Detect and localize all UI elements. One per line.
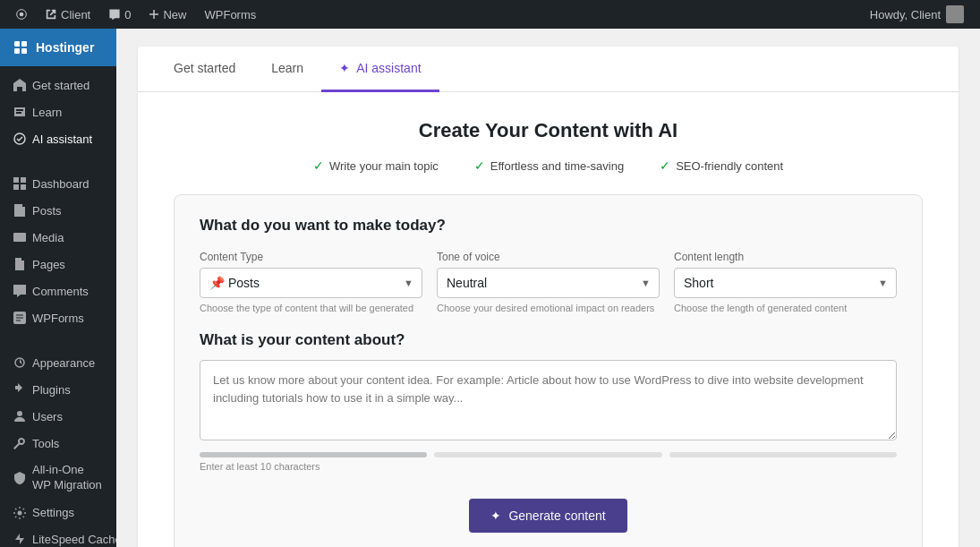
- admin-bar: Client 0 New WPForms Howdy, Client: [0, 0, 980, 29]
- site-name: Client: [61, 8, 90, 21]
- form-question-2: What is your content about?: [200, 331, 897, 349]
- check-icon-2: ✓: [474, 158, 485, 173]
- svg-rect-2: [14, 41, 20, 47]
- content-area: Create Your Content with AI ✓ Write your…: [138, 92, 959, 547]
- main-content: Get started Learn ✦ AI assistant Create …: [116, 29, 980, 547]
- sidebar-item-label: Plugins: [32, 383, 71, 397]
- svg-rect-3: [21, 41, 27, 47]
- tone-select[interactable]: Neutral Formal Casual: [437, 268, 660, 298]
- svg-rect-9: [13, 184, 19, 190]
- wpforms-admin-link[interactable]: WPForms: [196, 0, 266, 29]
- sidebar-item-label: Dashboard: [32, 177, 89, 191]
- tabs-container: Get started Learn ✦ AI assistant Create …: [138, 47, 959, 547]
- form-group-length: Content length Short Medium Long ▼ Choos…: [674, 251, 897, 313]
- sidebar-item-litespeed[interactable]: LiteSpeed Cache: [0, 526, 116, 547]
- site-link[interactable]: Client: [36, 0, 99, 29]
- comments-link[interactable]: 0: [99, 0, 140, 29]
- check-icon-1: ✓: [313, 158, 324, 173]
- tabs-header: Get started Learn ✦ AI assistant: [138, 47, 959, 92]
- check-icon-3: ✓: [660, 158, 670, 173]
- sidebar-item-ai-assistant[interactable]: AI assistant: [0, 125, 116, 152]
- progress-bar-2: [434, 452, 661, 457]
- length-label: Content length: [674, 251, 897, 263]
- howdy-user[interactable]: Howdy, Client: [861, 5, 973, 23]
- sidebar-item-label: AI assistant: [32, 132, 92, 146]
- svg-point-16: [18, 510, 22, 515]
- form-row: Content Type 📌 Posts Page Article ▼ Choo…: [200, 251, 897, 313]
- feature-label-1: Write your main topic: [329, 159, 439, 173]
- feature-1: ✓ Write your main topic: [313, 158, 439, 173]
- sidebar-item-comments[interactable]: Comments: [0, 278, 116, 304]
- sidebar-item-label: Comments: [32, 285, 89, 298]
- feature-2: ✓ Effortless and time-saving: [474, 158, 624, 173]
- sidebar-item-allinone[interactable]: All-in-One WP Migration: [0, 457, 116, 500]
- svg-point-15: [17, 411, 22, 416]
- howdy-text: Howdy, Client: [870, 8, 941, 21]
- sidebar-item-label: Posts: [32, 204, 62, 218]
- form-question-1: What do you want to make today?: [200, 217, 897, 235]
- sidebar-item-label: Media: [32, 231, 64, 244]
- sidebar-item-plugins[interactable]: Plugins: [0, 376, 116, 403]
- ai-star-icon: ✦: [339, 61, 350, 75]
- content-type-label: Content Type: [200, 251, 422, 263]
- feature-label-3: SEO-friendly content: [676, 159, 783, 173]
- sidebar-item-learn[interactable]: Learn: [0, 98, 116, 125]
- sidebar-item-dashboard[interactable]: Dashboard: [0, 170, 116, 197]
- progress-bar-1: [200, 452, 427, 457]
- sidebar-logo-text: Hostinger: [36, 40, 94, 55]
- tab-ai-assistant[interactable]: ✦ AI assistant: [321, 47, 439, 92]
- content-type-select[interactable]: 📌 Posts Page Article: [200, 268, 422, 298]
- sidebar-item-pages[interactable]: Pages: [0, 251, 116, 278]
- feature-3: ✓ SEO-friendly content: [660, 158, 783, 173]
- content-type-hint: Choose the type of content that will be …: [200, 303, 422, 313]
- length-select[interactable]: Short Medium Long: [674, 268, 897, 298]
- sidebar-item-label: Appearance: [32, 356, 95, 370]
- progress-bar-3: [669, 452, 897, 457]
- progress-bars: [200, 452, 897, 457]
- sidebar-item-label: Tools: [32, 437, 59, 450]
- tone-label: Tone of voice: [437, 251, 660, 263]
- tone-hint: Choose your desired emotional impact on …: [437, 303, 660, 313]
- length-hint: Choose the length of generated content: [674, 303, 897, 313]
- form-group-content-type: Content Type 📌 Posts Page Article ▼ Choo…: [200, 251, 422, 313]
- svg-rect-5: [21, 48, 27, 54]
- sidebar-item-label: Get started: [32, 79, 89, 92]
- sidebar-logo[interactable]: Hostinger: [0, 29, 116, 66]
- sidebar-item-users[interactable]: Users: [0, 403, 116, 430]
- svg-point-1: [20, 13, 24, 17]
- svg-rect-11: [13, 233, 26, 242]
- tab-get-started[interactable]: Get started: [156, 47, 253, 92]
- sidebar: Hostinger Get started Learn AI assistant…: [0, 29, 116, 547]
- tab-learn[interactable]: Learn: [253, 47, 321, 92]
- sidebar-item-label: Pages: [32, 258, 65, 271]
- generate-star-icon: ✦: [490, 509, 501, 523]
- content-textarea[interactable]: [200, 360, 897, 440]
- form-card: What do you want to make today? Content …: [174, 194, 923, 547]
- user-avatar: [946, 5, 964, 23]
- sidebar-item-appearance[interactable]: Appearance: [0, 349, 116, 376]
- svg-rect-7: [13, 177, 19, 183]
- feature-label-2: Effortless and time-saving: [490, 159, 624, 173]
- sidebar-item-label: Settings: [32, 506, 74, 519]
- sidebar-item-label: Learn: [32, 106, 62, 119]
- sidebar-item-tools[interactable]: Tools: [0, 430, 116, 457]
- features-row: ✓ Write your main topic ✓ Effortless and…: [174, 158, 923, 173]
- svg-rect-8: [21, 177, 26, 183]
- sidebar-item-get-started[interactable]: Get started: [0, 72, 116, 98]
- sidebar-item-settings[interactable]: Settings: [0, 500, 116, 526]
- sidebar-item-label: All-in-One WP Migration: [32, 463, 104, 493]
- svg-rect-4: [14, 48, 20, 54]
- sidebar-item-label: WPForms: [32, 312, 84, 325]
- char-hint: Enter at least 10 characters: [200, 461, 897, 472]
- wp-logo[interactable]: [7, 0, 36, 29]
- sidebar-item-media[interactable]: Media: [0, 224, 116, 251]
- sidebar-item-label: LiteSpeed Cache: [32, 533, 116, 546]
- svg-rect-10: [21, 184, 26, 190]
- sidebar-item-wpforms[interactable]: WPForms: [0, 304, 116, 331]
- page-title: Create Your Content with AI: [174, 119, 923, 142]
- sidebar-item-posts[interactable]: Posts: [0, 197, 116, 224]
- new-content-link[interactable]: New: [140, 0, 195, 29]
- bottom-row: ✦ Generate content: [200, 484, 897, 533]
- comments-count: 0: [124, 8, 131, 21]
- generate-content-button[interactable]: ✦ Generate content: [469, 499, 626, 533]
